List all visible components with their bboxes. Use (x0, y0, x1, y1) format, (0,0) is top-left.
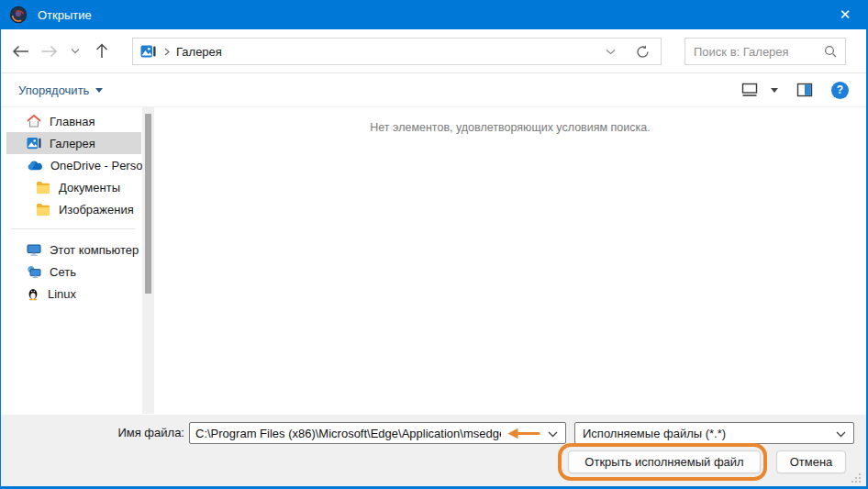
file-list-area[interactable]: Нет элементов, удовлетворяющих условиям … (154, 107, 866, 414)
preview-pane-button[interactable] (796, 83, 813, 97)
preview-pane-icon (796, 83, 813, 97)
onedrive-icon (27, 160, 42, 171)
filetype-select[interactable]: Исполняемые файлы (*.*) (574, 422, 854, 444)
resize-grip[interactable] (850, 472, 862, 483)
search-box[interactable] (684, 38, 846, 65)
view-options-dropdown[interactable] (771, 88, 778, 93)
this-pc-icon (27, 243, 41, 257)
command-toolbar: Упорядочить ? (1, 73, 866, 107)
sidebar-item-gallery[interactable]: Галерея (6, 132, 141, 154)
address-dropdown-button[interactable] (596, 49, 624, 55)
chevron-down-icon (606, 49, 616, 55)
folder-icon (36, 181, 50, 194)
gallery-location-icon (140, 45, 156, 59)
dropdown-arrow-icon (771, 88, 778, 93)
forward-button[interactable] (35, 36, 63, 67)
back-arrow-icon (12, 45, 29, 58)
sidebar-item-label: Главная (50, 115, 95, 128)
forward-arrow-icon (40, 45, 58, 58)
navigation-pane: Главная Галерея OneDrive - Personal (1, 107, 142, 414)
up-button[interactable] (87, 36, 116, 67)
recent-locations-button[interactable] (63, 36, 87, 67)
folder-icon (36, 203, 50, 216)
change-view-button[interactable] (741, 83, 758, 97)
sidebar-item-label: Изображения (59, 203, 134, 217)
sidebar-item-label: Linux (48, 287, 76, 301)
back-button[interactable] (6, 36, 35, 67)
view-mode-icon (741, 83, 758, 97)
organize-button[interactable]: Упорядочить (18, 83, 103, 97)
chevron-down-icon (836, 431, 846, 438)
sidebar-item-network[interactable]: Сеть (6, 261, 141, 283)
sidebar-item-documents[interactable]: Документы (6, 176, 141, 198)
search-icon (824, 45, 837, 58)
app-logo-icon (9, 6, 28, 24)
window-title: Открытие (38, 8, 92, 22)
refresh-button[interactable] (624, 45, 661, 59)
scrollbar-thumb[interactable] (145, 114, 151, 294)
dialog-footer: Имя файла: Исполняемые файлы (*.*) Откры… (1, 415, 866, 486)
sidebar-item-label: Сеть (50, 265, 76, 279)
sidebar-item-label: Этот компьютер (50, 243, 139, 257)
breadcrumb-chevron-icon (164, 48, 170, 56)
sidebar-separator (11, 228, 135, 229)
sidebar-item-pictures[interactable]: Изображения (6, 198, 141, 220)
titlebar: Открытие ✕ (1, 0, 866, 29)
content-area: Главная Галерея OneDrive - Personal (1, 107, 866, 414)
linux-icon (27, 286, 39, 301)
filename-combobox[interactable] (189, 422, 566, 444)
organize-label: Упорядочить (18, 83, 89, 97)
navigation-bar: Галерея (1, 29, 866, 73)
gallery-icon (27, 137, 41, 150)
sidebar-item-onedrive[interactable]: OneDrive - Personal (6, 154, 141, 176)
help-button[interactable]: ? (831, 82, 849, 99)
sidebar-item-linux[interactable]: Linux (6, 283, 141, 305)
filename-label: Имя файла: (93, 426, 184, 439)
sidebar-item-label: Документы (59, 181, 120, 194)
search-input[interactable] (694, 45, 824, 59)
open-button[interactable]: Открыть исполняемый файл (568, 450, 761, 473)
up-arrow-icon (95, 43, 108, 59)
breadcrumb[interactable]: Галерея (176, 45, 222, 59)
sidebar-item-this-pc[interactable]: Этот компьютер (6, 239, 141, 261)
refresh-icon (636, 45, 650, 59)
network-icon (27, 265, 41, 279)
sidebar-scrollbar[interactable] (142, 107, 154, 414)
home-icon (27, 114, 41, 128)
sidebar-item-label: Галерея (50, 137, 95, 150)
sidebar-item-home[interactable]: Главная (6, 110, 141, 132)
filetype-value: Исполняемые файлы (*.*) (583, 427, 726, 440)
cancel-button[interactable]: Отмена (776, 450, 846, 473)
address-bar[interactable]: Галерея (132, 38, 662, 65)
close-button[interactable]: ✕ (824, 0, 866, 29)
chevron-down-icon (548, 431, 558, 438)
annotation-arrow-icon (506, 428, 540, 439)
chevron-down-icon (71, 48, 80, 54)
open-dialog-window: Открытие ✕ (0, 0, 868, 489)
empty-folder-message: Нет элементов, удовлетворяющих условиям … (154, 121, 866, 134)
dropdown-arrow-icon (95, 88, 103, 93)
